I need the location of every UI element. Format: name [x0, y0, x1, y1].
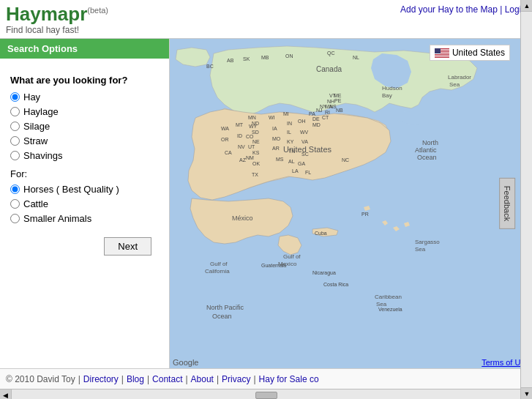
radio-horses[interactable]: Horses ( Best Quality ) — [10, 184, 160, 195]
svg-text:UT: UT — [248, 144, 255, 149]
svg-text:RI: RI — [325, 110, 330, 115]
radio-straw[interactable]: Straw — [10, 135, 160, 146]
radio-silage[interactable]: Silage — [10, 121, 160, 132]
svg-text:Sea: Sea — [415, 246, 426, 253]
svg-text:WI: WI — [269, 115, 275, 120]
svg-text:MB: MB — [261, 55, 269, 60]
svg-text:SK: SK — [243, 56, 250, 61]
svg-text:KS: KS — [252, 150, 260, 155]
svg-text:Hudson: Hudson — [382, 85, 402, 92]
horizontal-scrollbar: ◀ ▶ — [0, 389, 532, 399]
svg-text:NM: NM — [246, 155, 254, 160]
svg-text:MO: MO — [272, 136, 281, 141]
svg-text:LA: LA — [292, 168, 299, 174]
svg-text:BC: BC — [206, 64, 214, 69]
next-button[interactable]: Next — [104, 237, 151, 256]
svg-text:CA: CA — [225, 150, 232, 155]
search-question: What are you looking for? — [10, 75, 160, 86]
svg-text:MT: MT — [236, 122, 244, 127]
svg-text:OR: OR — [221, 137, 229, 142]
map-svg: Canada United States México Hudson Bay L… — [170, 39, 532, 368]
svg-text:CT: CT — [322, 115, 329, 120]
scroll-up-button[interactable]: ▲ — [521, 0, 532, 12]
radio-shavings-label: Shavings — [23, 150, 62, 161]
svg-text:PE: PE — [334, 98, 342, 103]
add-hay-link[interactable]: Add your Hay to the Map — [400, 4, 498, 15]
header-right: Add your Hay to the Map | Login — [400, 4, 526, 15]
sep6: | — [253, 374, 255, 384]
footer-link-about[interactable]: About — [191, 374, 214, 384]
feedback-tab[interactable]: Feedback — [499, 178, 515, 229]
footer-link-blog[interactable]: Blog — [127, 374, 144, 384]
svg-text:FL: FL — [305, 170, 311, 175]
radio-horses-label: Horses ( Best Quality ) — [23, 184, 119, 195]
svg-text:IL: IL — [287, 130, 291, 135]
radio-silage-label: Silage — [23, 121, 50, 132]
svg-text:Venezuela: Venezuela — [378, 307, 402, 312]
svg-text:WY: WY — [249, 124, 258, 129]
radio-haylage-input[interactable] — [10, 107, 20, 116]
us-flag-icon — [435, 48, 449, 58]
radio-smaller[interactable]: Smaller Animals — [10, 213, 160, 224]
radio-straw-input[interactable] — [10, 136, 20, 146]
for-group: Horses ( Best Quality ) Cattle Smaller A… — [10, 184, 160, 224]
radio-hay-input[interactable] — [10, 92, 20, 102]
svg-text:ID: ID — [237, 133, 242, 138]
radio-haylage[interactable]: Haylage — [10, 106, 160, 117]
scroll-thumb[interactable] — [255, 392, 277, 399]
radio-hay[interactable]: Hay — [10, 92, 160, 102]
footer-link-hay-sale[interactable]: Hay for Sale co — [259, 374, 319, 384]
svg-text:México: México — [232, 215, 253, 222]
radio-shavings-input[interactable] — [10, 151, 20, 160]
radio-silage-input[interactable] — [10, 122, 20, 131]
footer: © 2010 David Toy | Directory | Blog | Co… — [0, 368, 532, 389]
svg-rect-90 — [435, 55, 449, 56]
svg-text:NC: NC — [342, 157, 349, 163]
svg-text:TN: TN — [288, 149, 295, 154]
svg-text:NB: NB — [336, 108, 343, 113]
scroll-left-button[interactable]: ◀ — [0, 389, 12, 400]
svg-text:VA: VA — [301, 139, 308, 144]
footer-link-directory[interactable]: Directory — [83, 374, 119, 384]
svg-text:NV: NV — [238, 144, 245, 149]
map-area[interactable]: Canada United States México Hudson Bay L… — [170, 39, 532, 368]
radio-smaller-input[interactable] — [10, 214, 20, 223]
header-left: Haymapr(beta) Find local hay fast! — [6, 4, 108, 35]
radio-horses-input[interactable] — [10, 184, 20, 194]
svg-text:Caribbean: Caribbean — [375, 294, 402, 300]
scroll-down-button[interactable]: ▼ — [521, 387, 532, 399]
v-scroll-track[interactable] — [521, 12, 532, 387]
footer-link-contact[interactable]: Contact — [152, 374, 182, 384]
svg-text:WA: WA — [221, 126, 229, 131]
search-form: What are you looking for? Hay Haylage Si… — [0, 59, 169, 368]
svg-text:Gulf of: Gulf of — [210, 261, 228, 267]
svg-text:AB: AB — [227, 58, 234, 63]
svg-text:California: California — [205, 268, 230, 275]
svg-text:AL: AL — [288, 159, 295, 164]
hay-type-group: Hay Haylage Silage Straw — [10, 92, 160, 161]
scroll-track[interactable] — [12, 389, 520, 399]
svg-text:ON: ON — [285, 53, 293, 59]
radio-cattle-label: Cattle — [23, 198, 48, 209]
svg-text:North Pacific: North Pacific — [206, 304, 244, 311]
svg-rect-89 — [435, 53, 449, 54]
svg-text:ME: ME — [334, 93, 342, 98]
radio-shavings[interactable]: Shavings — [10, 150, 160, 161]
svg-text:Canada: Canada — [316, 65, 342, 73]
radio-straw-label: Straw — [23, 135, 48, 146]
radio-cattle[interactable]: Cattle — [10, 198, 160, 209]
svg-text:OH: OH — [298, 119, 306, 124]
next-btn-wrapper: Next — [10, 231, 160, 263]
logo-text: Haymapr — [6, 3, 87, 25]
svg-text:North: North — [422, 139, 438, 146]
for-label: For: — [10, 168, 160, 179]
svg-text:Costa Rica: Costa Rica — [323, 282, 348, 287]
footer-link-privacy[interactable]: Privacy — [222, 374, 250, 384]
logo: Haymapr(beta) — [6, 4, 108, 23]
sep2: | — [121, 374, 124, 384]
svg-text:MI: MI — [283, 111, 289, 116]
radio-cattle-input[interactable] — [10, 199, 20, 209]
radio-smaller-label: Smaller Animals — [23, 213, 91, 224]
left-panel: Search Options What are you looking for?… — [0, 39, 170, 368]
svg-text:MN: MN — [248, 115, 256, 120]
